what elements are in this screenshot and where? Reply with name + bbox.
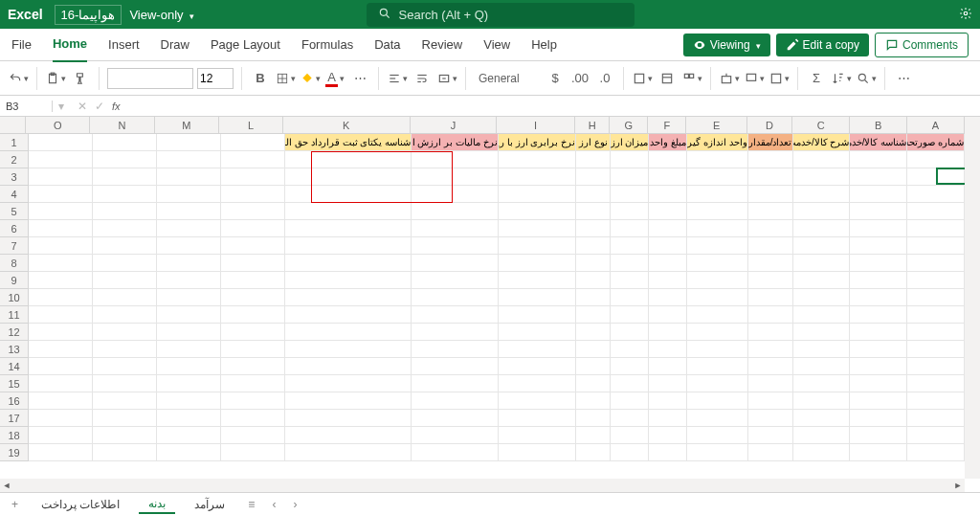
search-box[interactable]: Search (Alt + Q): [367, 3, 635, 27]
cell-D3[interactable]: [748, 168, 793, 186]
cell-G12[interactable]: [611, 324, 649, 341]
cell-E6[interactable]: [687, 220, 747, 237]
cell-G15[interactable]: [611, 375, 649, 392]
cell-N17[interactable]: [93, 410, 157, 427]
cell-B3[interactable]: [850, 168, 907, 186]
cell-A10[interactable]: [907, 289, 965, 306]
cell-M5[interactable]: [157, 203, 221, 220]
cell-F15[interactable]: [649, 375, 687, 392]
cell-L3[interactable]: [221, 168, 285, 186]
cell-B6[interactable]: [850, 220, 907, 237]
cell-O9[interactable]: [29, 272, 93, 289]
delete-cells-button[interactable]: [744, 68, 765, 89]
edit-copy-button[interactable]: Edit a copy: [776, 34, 869, 56]
cell-I12[interactable]: [499, 324, 576, 341]
cell-N4[interactable]: [93, 186, 157, 203]
cell-C11[interactable]: [793, 306, 851, 324]
cell-N6[interactable]: [93, 220, 157, 237]
cell-I5[interactable]: [499, 203, 576, 220]
cell-D19[interactable]: [748, 444, 793, 461]
cell-H19[interactable]: [576, 444, 611, 461]
cell-A18[interactable]: [907, 427, 965, 444]
cell-G11[interactable]: [611, 306, 649, 324]
cell-F12[interactable]: [649, 324, 687, 341]
cell-D6[interactable]: [748, 220, 793, 237]
row-header-11[interactable]: 11: [0, 306, 28, 324]
cell-D5[interactable]: [748, 203, 793, 220]
cell-K15[interactable]: [285, 375, 412, 392]
cell-A13[interactable]: [907, 341, 965, 358]
cell-G16[interactable]: [611, 392, 649, 410]
cell-E12[interactable]: [687, 324, 747, 341]
row-header-1[interactable]: 1: [0, 134, 28, 151]
row-header-15[interactable]: 15: [0, 375, 28, 392]
col-header-F[interactable]: F: [648, 117, 686, 133]
cell-K2[interactable]: [285, 151, 412, 168]
cell-A9[interactable]: [907, 272, 965, 289]
cell-B12[interactable]: [850, 324, 907, 341]
cell-N5[interactable]: [93, 203, 157, 220]
col-header-H[interactable]: H: [575, 117, 610, 133]
cell-O8[interactable]: [29, 255, 93, 272]
conditional-format-button[interactable]: [632, 68, 653, 89]
file-name[interactable]: هواپیما-16: [55, 5, 122, 25]
cell-D11[interactable]: [748, 306, 793, 324]
cell-F14[interactable]: [649, 358, 687, 375]
cell-H14[interactable]: [576, 358, 611, 375]
cell-B4[interactable]: [850, 186, 907, 203]
cell-B8[interactable]: [850, 255, 907, 272]
row-header-17[interactable]: 17: [0, 410, 28, 427]
cell-E19[interactable]: [687, 444, 747, 461]
cell-C16[interactable]: [793, 392, 851, 410]
format-painter-button[interactable]: [70, 68, 91, 89]
cell-A2[interactable]: [907, 151, 965, 168]
cell-L6[interactable]: [221, 220, 285, 237]
row-header-4[interactable]: 4: [0, 186, 28, 203]
cell-F2[interactable]: [649, 151, 687, 168]
col-header-J[interactable]: J: [411, 117, 498, 133]
cell-F5[interactable]: [649, 203, 687, 220]
cell-N2[interactable]: [93, 151, 157, 168]
cell-B10[interactable]: [850, 289, 907, 306]
cell-C13[interactable]: [793, 341, 851, 358]
cell-I15[interactable]: [499, 375, 576, 392]
sheet-nav-left-icon[interactable]: ‹: [289, 498, 301, 511]
row-header-8[interactable]: 8: [0, 255, 28, 272]
cell-E8[interactable]: [687, 255, 747, 272]
cell-M1[interactable]: [157, 134, 221, 151]
cell-H2[interactable]: [576, 151, 611, 168]
cell-G19[interactable]: [611, 444, 649, 461]
cell-A11[interactable]: [907, 306, 965, 324]
cell-J6[interactable]: [412, 220, 499, 237]
cell-E11[interactable]: [687, 306, 747, 324]
cell-K11[interactable]: [285, 306, 412, 324]
cell-N10[interactable]: [93, 289, 157, 306]
cell-B14[interactable]: [850, 358, 907, 375]
cell-A14[interactable]: [907, 358, 965, 375]
cell-L14[interactable]: [221, 358, 285, 375]
vertical-scrollbar[interactable]: [965, 117, 980, 479]
cell-M15[interactable]: [157, 375, 221, 392]
cell-J8[interactable]: [412, 255, 499, 272]
cell-J10[interactable]: [412, 289, 499, 306]
format-table-button[interactable]: [657, 68, 678, 89]
formula-input[interactable]: [128, 101, 972, 112]
name-box[interactable]: B3: [0, 101, 53, 112]
cell-C6[interactable]: [793, 220, 851, 237]
align-button[interactable]: [387, 68, 408, 89]
cell-N1[interactable]: [93, 134, 157, 151]
cell-K10[interactable]: [285, 289, 412, 306]
cell-D2[interactable]: [748, 151, 793, 168]
row-header-13[interactable]: 13: [0, 341, 28, 358]
cell-D12[interactable]: [748, 324, 793, 341]
cell-B13[interactable]: [850, 341, 907, 358]
cell-K17[interactable]: [285, 410, 412, 427]
horizontal-scrollbar[interactable]: ◄ ►: [0, 479, 965, 492]
cell-E15[interactable]: [687, 375, 747, 392]
cell-L4[interactable]: [221, 186, 285, 203]
cell-J4[interactable]: [412, 186, 499, 203]
format-cells-button[interactable]: [768, 68, 790, 89]
viewing-button[interactable]: Viewing: [683, 34, 770, 56]
cell-C3[interactable]: [793, 168, 851, 186]
cell-O15[interactable]: [29, 375, 93, 392]
